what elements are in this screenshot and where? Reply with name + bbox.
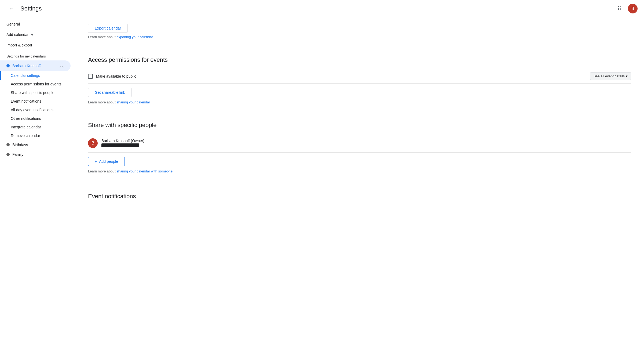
layout: General Add calendar ▾ Import & export S… [0,17,644,343]
barbara-dot [6,64,10,67]
sidebar-sub-item-share-specific[interactable]: Share with specific people [0,88,75,97]
barbara-chevron-icon: ︿ [59,63,64,69]
export-learn-more-prefix: Learn more about [88,35,116,39]
person-email [101,143,139,147]
sidebar-item-general-label: General [6,22,20,26]
main-content: Export calendar Learn more about exporti… [75,17,644,343]
event-notifications-heading: Event notifications [88,193,631,200]
person-name: Barbara Krasnoff (Owner) [101,139,631,143]
sidebar-sub-item-calendar-settings[interactable]: Calendar settings [0,71,75,80]
sidebar-item-birthdays[interactable]: Birthdays [0,140,75,150]
birthdays-label: Birthdays [12,143,28,147]
sharing-learn-more: Learn more about sharing your calendar [88,100,631,104]
sharing-someone-learn-more-prefix: Learn more about [88,169,116,173]
sidebar-sub-item-other-notifications[interactable]: Other notifications [0,114,75,123]
sidebar-sub-item-integrate[interactable]: Integrate calendar [0,123,75,131]
sub-item-label-4: All-day event notifications [11,108,53,112]
grid-icon[interactable]: ⠿ [615,3,624,14]
sidebar-item-add-calendar[interactable]: Add calendar ▾ [0,29,75,40]
divider-2 [88,115,631,115]
export-calendar-button[interactable]: Export calendar [88,24,128,33]
add-people-label: Add people [99,159,118,164]
family-dot [6,153,10,156]
sidebar-sub-item-event-notifications[interactable]: Event notifications [0,97,75,106]
sub-item-label-3: Event notifications [11,99,41,103]
sidebar-sub-item-access-permissions[interactable]: Access permissions for events [0,80,75,88]
page-title: Settings [20,5,615,12]
divider-3 [88,184,631,184]
avatar[interactable]: B [628,4,638,13]
sharing-someone-learn-more: Learn more about sharing your calendar w… [88,169,631,173]
birthdays-dot [6,143,10,146]
chevron-down-icon: ▾ [31,32,33,38]
person-row: B Barbara Krasnoff (Owner) [88,134,631,153]
permission-row: Make available to public See all event d… [88,69,631,84]
sub-item-label-5: Other notifications [11,116,41,121]
export-learn-more: Learn more about exporting your calendar [88,35,631,39]
sidebar-item-general[interactable]: General [0,19,75,29]
add-icon: + [95,159,97,164]
make-public-checkbox[interactable] [88,74,93,79]
get-shareable-link-button[interactable]: Get shareable link [88,88,132,97]
event-details-label: See all event details [594,74,625,78]
sub-item-label-2: Share with specific people [11,91,54,95]
access-permissions-section: Access permissions for events Make avail… [88,56,631,104]
sub-item-label-1: Access permissions for events [11,82,61,86]
sidebar-item-barbara[interactable]: Barbara Krasnoff ︿ [0,60,71,71]
person-avatar: B [88,138,98,148]
sidebar-sub-item-remove[interactable]: Remove calendar [0,131,75,140]
add-calendar-label: Add calendar [6,33,29,37]
sharing-learn-more-prefix: Learn more about [88,100,116,104]
sub-item-label-6: Integrate calendar [11,125,41,129]
sidebar-item-family[interactable]: Family [0,150,75,159]
sub-item-label-7: Remove calendar [11,133,40,138]
share-specific-section: Share with specific people B Barbara Kra… [88,122,631,173]
header: ← Settings ⠿ B [0,0,644,17]
sidebar: General Add calendar ▾ Import & export S… [0,17,75,343]
export-section: Export calendar Learn more about exporti… [88,24,631,39]
header-right: ⠿ B [615,3,638,14]
event-details-chevron-icon: ▾ [626,74,628,78]
person-info: Barbara Krasnoff (Owner) [101,139,631,148]
import-export-label: Import & export [6,43,32,47]
make-public-label: Make available to public [96,74,587,78]
access-permissions-heading: Access permissions for events [88,56,631,63]
settings-section-title: Settings for my calendars [0,50,75,60]
barbara-label: Barbara Krasnoff [12,64,41,68]
event-details-dropdown[interactable]: See all event details ▾ [590,72,631,80]
divider-1 [88,50,631,50]
back-button[interactable]: ← [6,3,16,14]
sidebar-item-import-export[interactable]: Import & export [0,40,75,50]
export-learn-more-link[interactable]: exporting your calendar [116,35,153,39]
sidebar-sub-item-allday-notifications[interactable]: All-day event notifications [0,106,75,114]
sharing-learn-more-link[interactable]: sharing your calendar [116,100,150,104]
family-label: Family [12,152,23,157]
add-people-button[interactable]: + Add people [88,157,125,166]
sharing-someone-learn-more-link[interactable]: sharing your calendar with someone [116,169,173,173]
share-specific-heading: Share with specific people [88,122,631,129]
sub-item-label-0: Calendar settings [11,73,40,78]
